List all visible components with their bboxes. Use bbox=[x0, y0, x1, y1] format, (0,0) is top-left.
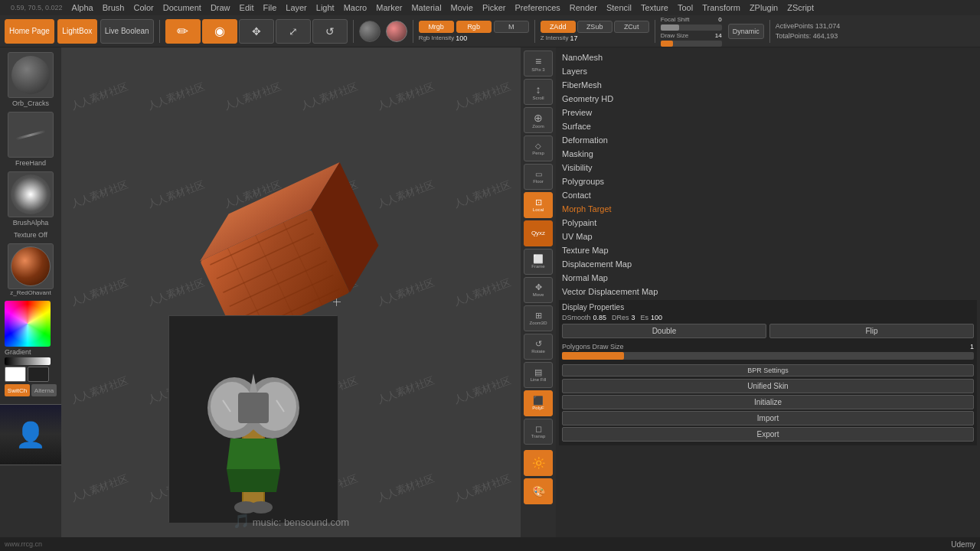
lightbox-btn[interactable]: LightBox bbox=[57, 19, 97, 44]
swatch-black[interactable] bbox=[28, 367, 49, 382]
brush-mode-preview[interactable] bbox=[386, 21, 407, 42]
floor-btn[interactable]: ▭ Floor bbox=[524, 164, 553, 190]
alternate-btn[interactable]: Alterna bbox=[31, 384, 57, 396]
home-page-btn[interactable]: Home Page bbox=[5, 19, 54, 44]
section-visibility[interactable]: Visibility bbox=[559, 161, 977, 174]
section-morph-target[interactable]: Morph Target bbox=[559, 202, 977, 216]
switch-btn[interactable]: SwitCh bbox=[5, 384, 30, 396]
rotate-btn[interactable]: ↺ bbox=[312, 19, 348, 44]
svg-marker-16 bbox=[227, 469, 280, 492]
section-surface[interactable]: Surface bbox=[559, 119, 977, 133]
menu-zscript[interactable]: ZScript bbox=[787, 3, 814, 12]
menu-layer[interactable]: Layer bbox=[286, 3, 307, 12]
polyf-btn[interactable]: ⬛ PolyF bbox=[524, 390, 553, 416]
bpr-settings-btn[interactable]: BPR Settings bbox=[562, 364, 974, 377]
rgb-btn[interactable]: Rgb bbox=[456, 21, 492, 33]
brush-freehand[interactable]: FreeHand bbox=[5, 112, 57, 167]
menu-tool[interactable]: Tool bbox=[678, 3, 693, 12]
scroll-btn[interactable]: ↕ Scroll bbox=[524, 79, 553, 105]
section-preview[interactable]: Preview bbox=[559, 106, 977, 119]
wm-24: 人人素材社区 bbox=[430, 331, 521, 449]
menu-light[interactable]: Light bbox=[316, 3, 335, 12]
menu-marker[interactable]: Marker bbox=[376, 3, 402, 12]
menu-stencil[interactable]: Stencil bbox=[606, 3, 632, 12]
section-contact[interactable]: Contact bbox=[559, 188, 977, 202]
layers-btn[interactable]: ≡ SPix 3 bbox=[524, 51, 553, 77]
export-btn[interactable]: Export bbox=[562, 427, 974, 442]
local-btn[interactable]: ⊡ Local bbox=[524, 192, 553, 218]
section-masking[interactable]: Masking bbox=[559, 147, 977, 161]
menu-transform[interactable]: Transform bbox=[702, 3, 740, 12]
section-nanomesh[interactable]: NanoMesh bbox=[559, 51, 977, 64]
color-picker[interactable]: Gradient SwitCh Alterna bbox=[5, 301, 57, 396]
section-deformation[interactable]: Deformation bbox=[559, 133, 977, 147]
edit-mode-btn[interactable]: ✏ bbox=[165, 19, 201, 44]
zoom3d-btn[interactable]: ⊞ Zoom3D bbox=[524, 305, 553, 331]
focal-shift-bar[interactable] bbox=[661, 24, 722, 31]
initialize-btn[interactable]: Initialize bbox=[562, 395, 974, 409]
section-normal-map[interactable]: Normal Map bbox=[559, 271, 977, 285]
section-displacement-map[interactable]: Displacement Map bbox=[559, 257, 977, 271]
poly-draw-slider[interactable] bbox=[562, 352, 974, 360]
menu-movie[interactable]: Movie bbox=[451, 3, 473, 12]
matcap-item[interactable]: z_RedOhavant bbox=[5, 243, 57, 296]
import-btn[interactable]: Import bbox=[562, 411, 974, 425]
menu-picker[interactable]: Picker bbox=[482, 3, 506, 12]
menu-macro[interactable]: Macro bbox=[344, 3, 368, 12]
menu-alpha[interactable]: Alpha bbox=[72, 3, 93, 12]
menu-document[interactable]: Document bbox=[163, 3, 201, 12]
live-boolean-btn[interactable]: Live Boolean bbox=[100, 19, 154, 44]
paint-btn[interactable]: 🎨 bbox=[524, 478, 553, 504]
section-texture-map[interactable]: Texture Map bbox=[559, 243, 977, 257]
zsub-btn[interactable]: ZSub bbox=[577, 21, 612, 33]
section-fibermesh[interactable]: FiberMesh bbox=[559, 78, 977, 92]
menu-file[interactable]: File bbox=[263, 3, 277, 12]
color-wheel[interactable] bbox=[5, 301, 51, 347]
section-vector-displacement[interactable]: Vector Displacement Map bbox=[559, 285, 977, 298]
menu-material[interactable]: Material bbox=[411, 3, 441, 12]
m-btn[interactable]: M bbox=[494, 21, 529, 33]
gradient-bar[interactable] bbox=[5, 357, 51, 365]
zoom-btn[interactable]: ⊕ Zoom bbox=[524, 107, 553, 133]
scale-btn[interactable]: ⤢ bbox=[276, 19, 311, 44]
xyz-btn[interactable]: Qyxz bbox=[524, 220, 553, 246]
move3d-btn[interactable]: ✥ Move bbox=[524, 277, 553, 303]
swatch-white[interactable] bbox=[5, 367, 26, 382]
transp-btn[interactable]: ◻ Transp bbox=[524, 419, 553, 445]
double-btn[interactable]: Double bbox=[562, 324, 766, 338]
section-layers[interactable]: Layers bbox=[559, 64, 977, 78]
zadd-btn[interactable]: ZAdd bbox=[541, 21, 576, 33]
rotate3d-btn[interactable]: ↺ Rotate bbox=[524, 334, 553, 360]
draw-size-val: 14 bbox=[715, 32, 722, 39]
menu-color[interactable]: Color bbox=[133, 3, 153, 12]
canvas-area[interactable]: 人人素材社区 人人素材社区 人人素材社区 人人素材社区 人人素材社区 人人素材社… bbox=[61, 47, 521, 537]
section-polypaint[interactable]: Polypaint bbox=[559, 216, 977, 230]
brush-alpha[interactable]: BrushAlpha bbox=[5, 171, 57, 227]
menu-render[interactable]: Render bbox=[570, 3, 597, 12]
flip-btn[interactable]: Flip bbox=[769, 324, 974, 338]
sep1 bbox=[159, 20, 160, 43]
section-uv-map[interactable]: UV Map bbox=[559, 230, 977, 243]
persp-btn[interactable]: ◇ Persp bbox=[524, 135, 553, 161]
linefill-btn[interactable]: ▤ Line Fill bbox=[524, 362, 553, 388]
move-btn[interactable]: ✥ bbox=[239, 19, 274, 44]
section-geometry-hd[interactable]: Geometry HD bbox=[559, 92, 977, 106]
display-properties-section: Display Properties DSmooth 0.85 DRes 3 E… bbox=[559, 300, 977, 445]
brush-orb-cracks[interactable]: Orb_Cracks bbox=[5, 52, 57, 107]
menu-texture[interactable]: Texture bbox=[641, 3, 668, 12]
menu-draw[interactable]: Draw bbox=[211, 3, 230, 12]
dynamic-btn[interactable]: Dynamic bbox=[728, 24, 764, 39]
unified-skin-btn[interactable]: Unified Skin bbox=[562, 379, 974, 393]
section-polygroups[interactable]: Polygroups bbox=[559, 174, 977, 188]
menu-edit[interactable]: Edit bbox=[240, 3, 254, 12]
menu-brush[interactable]: Brush bbox=[103, 3, 125, 12]
solo-btn[interactable]: 🔆 bbox=[524, 450, 553, 476]
frame-btn[interactable]: ⬜ Frame bbox=[524, 249, 553, 275]
mrgb-btn[interactable]: Mrgb bbox=[419, 21, 454, 33]
xyz-icon: Qyxz bbox=[531, 230, 545, 236]
zcut-btn[interactable]: ZCut bbox=[614, 21, 649, 33]
draw-mode-btn[interactable]: ◉ bbox=[202, 19, 237, 44]
draw-size-bar[interactable] bbox=[661, 41, 722, 47]
menu-preferences[interactable]: Preferences bbox=[514, 3, 560, 12]
menu-zplugin[interactable]: ZPlugin bbox=[750, 3, 778, 12]
